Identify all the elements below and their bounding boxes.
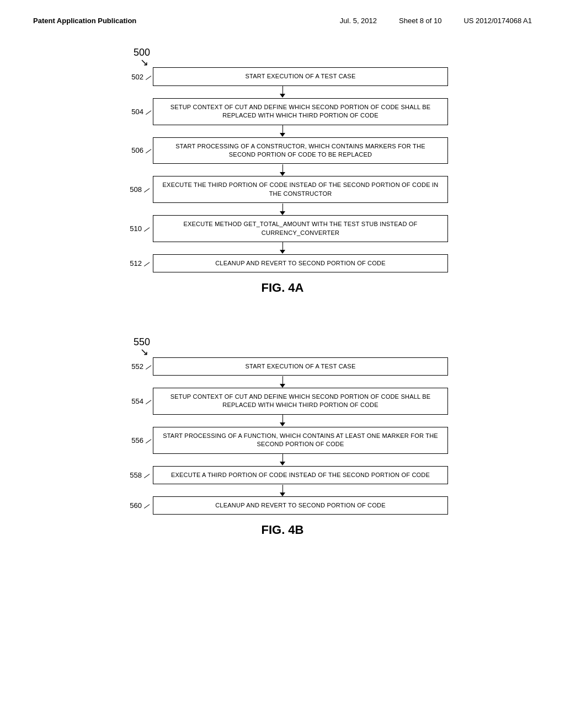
fig4b-flowchart: 552 START EXECUTION OF A TEST CASE 554 S…: [117, 357, 448, 515]
step-554-box: SETUP CONTEXT OF CUT AND DEFINE WHICH SE…: [153, 388, 448, 415]
fig4b-section: 550 ↘ 552 START EXECUTION OF A TEST CASE: [33, 336, 532, 556]
step-558-box: EXECUTE A THIRD PORTION OF CODE INSTEAD …: [153, 466, 448, 484]
table-row: 502 START EXECUTION OF A TEST CASE: [117, 67, 448, 85]
step-510-box: EXECUTE METHOD GET_TOTAL_AMOUNT WITH THE…: [153, 215, 448, 242]
step-508-box: EXECUTE THE THIRD PORTION OF CODE INSTEA…: [153, 176, 448, 203]
connector-554-556: [117, 415, 448, 427]
table-row: 558 EXECUTE A THIRD PORTION OF CODE INST…: [117, 466, 448, 484]
header-meta: Jul. 5, 2012 Sheet 8 of 10 US 2012/01740…: [340, 17, 532, 25]
fig4a-flowchart: 502 START EXECUTION OF A TEST CASE 504 S…: [117, 67, 448, 272]
label-504: 504: [117, 108, 153, 116]
fig4a-caption: FIG. 4A: [261, 281, 303, 295]
step-512-box: CLEANUP AND REVERT TO SECOND PORTION OF …: [153, 254, 448, 272]
table-row: 556 START PROCESSING OF A FUNCTION, WHIC…: [117, 427, 448, 454]
label-506: 506: [117, 146, 153, 154]
step-560-box: CLEANUP AND REVERT TO SECOND PORTION OF …: [153, 496, 448, 515]
label-510: 510: [117, 224, 153, 233]
step-502-box: START EXECUTION OF A TEST CASE: [153, 67, 448, 85]
table-row: 560 CLEANUP AND REVERT TO SECOND PORTION…: [117, 496, 448, 515]
fig4a-section: 500 ↘ 502 START EXECUTION OF A TEST CASE: [33, 47, 532, 314]
header-patent: US 2012/0174068 A1: [463, 17, 532, 25]
label-556: 556: [117, 436, 153, 445]
header-publication: Patent Application Publication: [33, 17, 136, 25]
step-552-box: START EXECUTION OF A TEST CASE: [153, 357, 448, 376]
page-header: Patent Application Publication Jul. 5, 2…: [33, 17, 532, 25]
fig4b-caption: FIG. 4B: [261, 523, 303, 537]
connector-558-560: [117, 484, 448, 496]
table-row: 552 START EXECUTION OF A TEST CASE: [117, 357, 448, 376]
connector-556-558: [117, 454, 448, 466]
label-502: 502: [117, 73, 153, 81]
step-504-box: SETUP CONTEXT OF CUT AND DEFINE WHICH SE…: [153, 98, 448, 125]
connector-508-510: [117, 203, 448, 215]
table-row: 554 SETUP CONTEXT OF CUT AND DEFINE WHIC…: [117, 388, 448, 415]
table-row: 512 CLEANUP AND REVERT TO SECOND PORTION…: [117, 254, 448, 272]
header-date: Jul. 5, 2012: [340, 17, 377, 25]
label-558: 558: [117, 471, 153, 479]
table-row: 504 SETUP CONTEXT OF CUT AND DEFINE WHIC…: [117, 98, 448, 125]
connector-506-508: [117, 164, 448, 176]
table-row: 506 START PROCESSING OF A CONSTRUCTOR, W…: [117, 137, 448, 164]
page: Patent Application Publication Jul. 5, 2…: [0, 0, 565, 728]
connector-502-504: [117, 86, 448, 98]
connector-552-554: [117, 376, 448, 388]
fig4b-start-arrow: ↘: [140, 348, 148, 356]
label-512: 512: [117, 259, 153, 267]
connector-504-506: [117, 125, 448, 137]
label-560: 560: [117, 501, 153, 510]
step-506-box: START PROCESSING OF A CONSTRUCTOR, WHICH…: [153, 137, 448, 164]
header-sheet: Sheet 8 of 10: [399, 17, 441, 25]
fig4a-start-arrow: ↘: [140, 58, 148, 66]
label-554: 554: [117, 397, 153, 405]
table-row: 510 EXECUTE METHOD GET_TOTAL_AMOUNT WITH…: [117, 215, 448, 242]
label-552: 552: [117, 362, 153, 371]
label-508: 508: [117, 185, 153, 194]
connector-510-512: [117, 242, 448, 254]
step-556-box: START PROCESSING OF A FUNCTION, WHICH CO…: [153, 427, 448, 454]
table-row: 508 EXECUTE THE THIRD PORTION OF CODE IN…: [117, 176, 448, 203]
